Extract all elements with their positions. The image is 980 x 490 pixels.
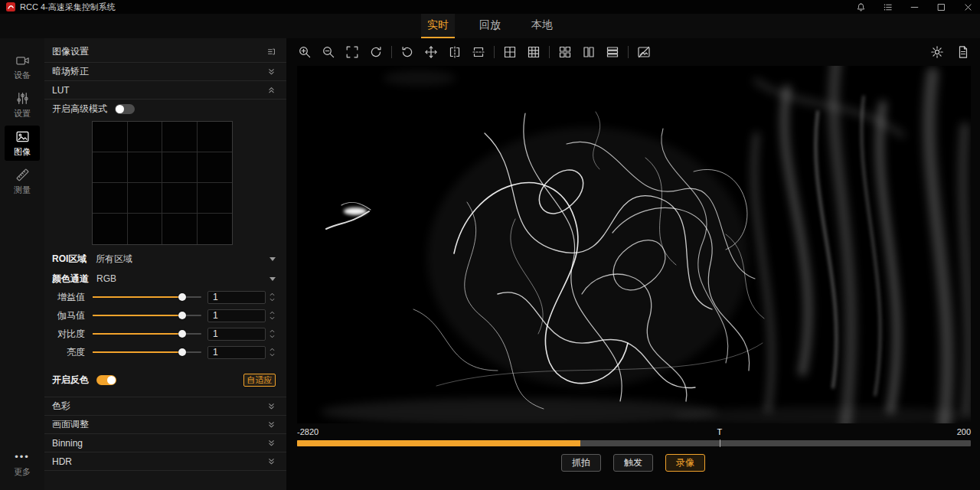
brightness-slider[interactable]: [93, 348, 201, 357]
roi-select[interactable]: ROI区域 所有区域: [44, 250, 286, 268]
menu-list-icon[interactable]: [882, 2, 893, 13]
stepper-up-icon[interactable]: [269, 348, 276, 351]
lut-curve-grid[interactable]: [92, 121, 233, 245]
slider-thumb[interactable]: [178, 293, 186, 301]
timeline-start-label: -2820: [297, 427, 318, 436]
section-color[interactable]: 色彩: [44, 397, 286, 416]
sidebar-item-measure[interactable]: 测量: [5, 164, 40, 199]
sidebar-item-settings[interactable]: 设置: [5, 87, 40, 122]
gain-slider[interactable]: [93, 292, 201, 302]
brightness-value-input[interactable]: 1: [207, 346, 266, 359]
maximize-button[interactable]: [936, 2, 947, 13]
tab-local[interactable]: 本地: [525, 14, 559, 38]
invert-toggle[interactable]: [96, 375, 116, 385]
gain-value-input[interactable]: 1: [207, 291, 266, 304]
contrast-slider-row: 对比度 1: [44, 325, 286, 343]
color-channel-label: 颜色通道: [52, 273, 89, 286]
lut-grid-cell: [198, 152, 233, 183]
lut-section-body: 开启高级模式 ROI区域 所有区域 颜色通道 RGB: [44, 100, 286, 397]
sidebar-item-more[interactable]: ••• 更多: [0, 454, 44, 478]
slider-thumb[interactable]: [178, 312, 186, 319]
dual-view-icon[interactable]: [581, 44, 596, 60]
timeline-progress-bar[interactable]: [297, 440, 971, 446]
image-settings-panel: 图像设置 暗场矫正 LUT 开启高级模式: [44, 38, 286, 490]
advanced-mode-toggle[interactable]: [115, 104, 135, 114]
lut-grid-cell: [128, 214, 163, 244]
center-view-icon[interactable]: [423, 44, 439, 60]
gamma-slider[interactable]: [93, 311, 201, 320]
panel-collapse-icon[interactable]: [267, 47, 276, 56]
stepper-down-icon[interactable]: [269, 298, 276, 302]
notifications-bell-icon[interactable]: [855, 2, 867, 13]
zoom-out-icon[interactable]: [321, 44, 336, 60]
viewer-toolbar: [286, 38, 980, 66]
section-lut[interactable]: LUT: [44, 81, 286, 100]
gain-slider-row: 增益值 1: [44, 288, 286, 306]
close-button[interactable]: [962, 2, 974, 13]
slider-thumb[interactable]: [178, 348, 186, 356]
minimize-button[interactable]: [909, 2, 920, 13]
sidebar-item-image-label: 图像: [14, 146, 31, 158]
sidebar-item-settings-label: 设置: [14, 108, 31, 119]
section-dark-field-label: 暗场矫正: [52, 65, 89, 78]
contrast-stepper[interactable]: [269, 329, 276, 338]
color-channel-select[interactable]: 颜色通道 RGB: [44, 270, 286, 288]
stepper-down-icon[interactable]: [269, 353, 276, 357]
stepper-down-icon[interactable]: [269, 335, 276, 338]
gain-stepper[interactable]: [269, 292, 276, 302]
stepper-up-icon[interactable]: [269, 311, 276, 315]
zoom-in-icon[interactable]: [297, 44, 312, 60]
section-picture-adjust[interactable]: 画面调整: [44, 416, 286, 434]
stepper-up-icon[interactable]: [269, 329, 276, 333]
section-lut-label: LUT: [52, 85, 70, 96]
stepper-down-icon[interactable]: [269, 316, 276, 320]
viewer-area: -2820 T 200 抓拍 触发 录像: [286, 38, 980, 490]
image-icon: [15, 129, 30, 144]
flip-horizontal-icon[interactable]: [447, 44, 462, 60]
lut-grid-cell: [162, 183, 198, 214]
record-button[interactable]: 录像: [665, 454, 705, 472]
rotate-view-icon[interactable]: [400, 44, 415, 60]
contrast-slider[interactable]: [93, 329, 201, 338]
trigger-button[interactable]: 触发: [613, 454, 653, 472]
more-dots-icon: •••: [15, 454, 30, 460]
lut-grid-cell: [93, 152, 128, 183]
sidebar-item-device-label: 设备: [14, 70, 31, 81]
sidebar-item-image[interactable]: 图像: [5, 126, 40, 161]
gamma-value-input[interactable]: 1: [207, 309, 266, 322]
fit-view-icon[interactable]: [345, 44, 360, 60]
stepper-up-icon[interactable]: [269, 292, 276, 296]
snapshot-button[interactable]: 抓拍: [561, 454, 601, 472]
invert-row: 开启反色 自适应: [44, 369, 286, 390]
section-hdr[interactable]: HDR: [44, 452, 286, 471]
reset-view-icon[interactable]: [368, 44, 384, 60]
log-file-icon[interactable]: [956, 44, 971, 60]
lut-grid-cell: [198, 214, 233, 244]
hide-image-icon[interactable]: [636, 44, 652, 60]
app-logo-icon: [6, 2, 15, 11]
lut-grid-cell: [128, 152, 163, 183]
section-dark-field-correction[interactable]: 暗场矫正: [44, 63, 286, 81]
settings-gear-icon[interactable]: [929, 44, 945, 60]
toolbar-separator: [628, 46, 629, 58]
chevron-double-down-icon: [267, 457, 276, 466]
row-view-icon[interactable]: [605, 44, 620, 60]
slider-thumb[interactable]: [178, 330, 186, 338]
live-image-view[interactable]: [297, 66, 971, 423]
quad-view-icon[interactable]: [557, 44, 573, 60]
flip-vertical-icon[interactable]: [471, 44, 486, 60]
gamma-stepper[interactable]: [269, 311, 276, 320]
contrast-value-input[interactable]: 1: [207, 328, 266, 341]
grid-2x2-icon[interactable]: [502, 44, 518, 60]
tab-live[interactable]: 实时: [421, 14, 455, 38]
invert-label: 开启反色: [52, 374, 89, 387]
brightness-label: 亮度: [52, 346, 85, 359]
main-tab-bar: 实时 回放 本地: [0, 14, 980, 38]
grid-3x3-icon[interactable]: [526, 44, 541, 60]
roi-value: 所有区域: [96, 253, 132, 266]
brightness-stepper[interactable]: [269, 348, 276, 357]
sidebar-item-device[interactable]: 设备: [5, 49, 40, 84]
adaptive-button[interactable]: 自适应: [243, 374, 276, 387]
tab-playback[interactable]: 回放: [473, 14, 507, 38]
section-binning[interactable]: Binning: [44, 434, 286, 452]
